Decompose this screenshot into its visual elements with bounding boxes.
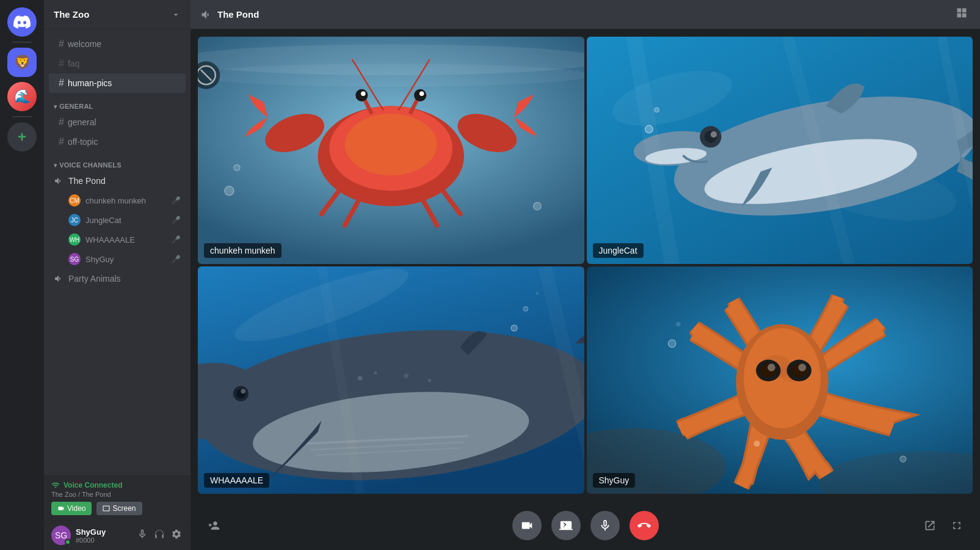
avatar: SG xyxy=(51,526,71,545)
headphone-button[interactable] xyxy=(153,527,166,543)
hash-icon: # xyxy=(59,136,64,147)
settings-button[interactable] xyxy=(170,527,183,543)
channel-item-welcome[interactable]: # welcome xyxy=(49,34,186,54)
chevron-icon: ▾ xyxy=(54,103,57,110)
svg-point-79 xyxy=(668,340,676,348)
user-tag: #0000 xyxy=(76,537,131,544)
hash-icon: # xyxy=(59,117,64,128)
voice-member-whaaaaale[interactable]: WH WHAAAAALE 🎤 xyxy=(49,230,186,249)
svg-point-22 xyxy=(534,202,542,210)
video-label-chunkeh-munkeh: chunkeh munkeh xyxy=(204,243,281,258)
gear-icon xyxy=(171,529,182,540)
speaker-icon xyxy=(54,274,64,284)
mic-icon: 🎤 xyxy=(172,216,181,224)
svg-point-59 xyxy=(535,292,539,295)
svg-point-54 xyxy=(374,371,377,374)
channel-item-off-topic[interactable]: # off-topic xyxy=(49,132,186,152)
video-icon xyxy=(57,505,65,512)
video-cell-chunkeh-munkeh: chunkeh munkeh xyxy=(198,37,584,264)
user-controls xyxy=(136,527,183,543)
screen-share-button[interactable] xyxy=(551,511,581,540)
add-person-button[interactable] xyxy=(203,515,225,537)
member-avatar: WH xyxy=(68,233,81,246)
svg-point-78 xyxy=(798,364,806,372)
member-avatar: CM xyxy=(68,194,81,207)
channel-list: # welcome # faq # human-pics ▾ GENERAL #… xyxy=(44,29,191,475)
channel-item-human-pics[interactable]: # human-pics xyxy=(49,73,186,93)
member-avatar: SG xyxy=(68,253,81,265)
video-cell-whaaaaale: WHAAAAALE xyxy=(198,266,584,494)
svg-point-5 xyxy=(345,114,437,175)
member-avatar: JC xyxy=(68,214,81,226)
speaker-icon xyxy=(54,176,64,186)
signal-icon xyxy=(51,481,60,490)
channel-name: The Pond xyxy=(217,9,259,20)
right-controls xyxy=(919,515,968,537)
mic-icon: 🎤 xyxy=(172,255,181,263)
grid-layout-button[interactable] xyxy=(953,4,970,24)
fullscreen-button[interactable] xyxy=(946,515,968,537)
svg-point-52 xyxy=(241,389,245,394)
mic-icon: 🎤 xyxy=(172,235,181,244)
zoo-server-icon[interactable]: 🦁 xyxy=(7,48,37,77)
screen-icon xyxy=(103,505,110,512)
server-icons-strip: 🦁 🌊 + xyxy=(0,0,44,550)
hash-icon: # xyxy=(59,38,64,50)
video-button[interactable]: Video xyxy=(51,502,92,515)
server-divider xyxy=(12,42,32,43)
svg-point-53 xyxy=(358,376,363,381)
voice-channel-the-pond[interactable]: The Pond xyxy=(49,171,186,191)
screen-share-icon xyxy=(559,519,573,532)
svg-point-11 xyxy=(419,92,424,97)
voice-member-chunkeh-munkeh[interactable]: CM chunkeh munkeh 🎤 xyxy=(49,191,186,210)
channel-item-general[interactable]: # general xyxy=(49,112,186,132)
hangup-button[interactable] xyxy=(630,511,659,540)
svg-point-35 xyxy=(710,131,716,138)
channel-item-faq[interactable]: # faq xyxy=(49,54,186,73)
voice-member-shyguy[interactable]: SG ShyGuy 🎤 xyxy=(49,249,186,269)
voice-status-bar: Voice Connected The Zoo / The Pond Video… xyxy=(44,475,191,520)
status-indicator xyxy=(65,539,71,545)
hash-icon: # xyxy=(59,58,64,69)
voice-channel-party-animals[interactable]: Party Animals xyxy=(49,269,186,288)
mic-icon xyxy=(137,529,148,540)
popout-button[interactable] xyxy=(919,515,941,537)
add-server-button[interactable]: + xyxy=(7,122,37,152)
sidebar: The Zoo # welcome # faq # human-pics ▾ G… xyxy=(44,0,191,550)
svg-point-57 xyxy=(511,325,517,331)
mic-icon: 🎤 xyxy=(172,196,181,205)
svg-point-68 xyxy=(753,441,760,447)
chevron-down-icon xyxy=(171,10,181,20)
svg-point-56 xyxy=(428,379,431,382)
server-icon-2[interactable]: 🌊 xyxy=(7,82,37,111)
speaker-icon xyxy=(200,9,212,21)
server-header[interactable]: The Zoo xyxy=(44,0,191,29)
server-name: The Zoo xyxy=(54,9,171,20)
channel-header-left: The Pond xyxy=(200,9,259,21)
video-cell-shyguy: ShyGuy xyxy=(587,266,973,494)
camera-icon xyxy=(520,519,534,532)
svg-point-58 xyxy=(523,307,528,312)
video-feed-octopus xyxy=(587,266,973,494)
svg-point-8 xyxy=(361,92,366,97)
video-label-whaaaaale: WHAAAAALE xyxy=(204,473,269,488)
video-feed-whale xyxy=(198,266,584,494)
svg-point-81 xyxy=(899,456,906,462)
screen-button[interactable]: Screen xyxy=(96,502,142,515)
video-label-junglecat: JungleCat xyxy=(593,243,644,258)
discord-home-icon[interactable] xyxy=(7,7,37,37)
svg-point-80 xyxy=(676,322,681,327)
call-controls xyxy=(191,501,980,550)
svg-point-55 xyxy=(404,373,409,378)
svg-point-2 xyxy=(198,64,584,87)
voice-member-junglecat[interactable]: JC JungleCat 🎤 xyxy=(49,210,186,230)
popout-icon xyxy=(924,519,936,532)
mic-button[interactable] xyxy=(590,511,620,540)
channel-header: The Pond xyxy=(191,0,980,29)
hangup-icon xyxy=(637,519,651,532)
mic-toggle-button[interactable] xyxy=(136,527,149,543)
voice-section-header: ▾ VOICE CHANNELS xyxy=(44,152,191,171)
camera-button[interactable] xyxy=(512,511,542,540)
user-info: ShyGuy #0000 xyxy=(76,527,131,544)
video-feed-crab xyxy=(198,37,584,264)
